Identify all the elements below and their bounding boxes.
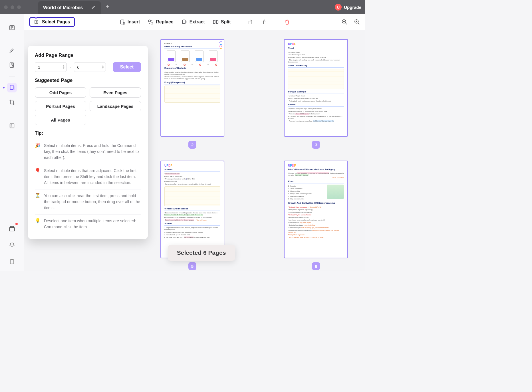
zoom-out-icon[interactable] [341, 19, 348, 25]
svg-rect-8 [149, 20, 151, 22]
reader-mode-icon[interactable] [7, 23, 17, 33]
balloon-icon: 🎈 [35, 168, 41, 186]
suggested-heading: Suggested Page [35, 78, 141, 83]
svg-rect-6 [120, 20, 124, 24]
even-pages-button[interactable]: Even Pages [90, 87, 141, 98]
stepper-icon[interactable]: ▲▼ [102, 65, 104, 69]
minimize-window-icon[interactable] [11, 5, 14, 9]
extract-button[interactable]: Extract [182, 19, 205, 25]
window-controls [4, 5, 21, 9]
tip-item: 🎉 Select multiple items: Press and hold … [35, 139, 141, 164]
replace-button[interactable]: Replace [148, 19, 173, 25]
all-pages-button[interactable]: All Pages [35, 115, 86, 125]
split-button[interactable]: Split [213, 19, 231, 25]
svg-rect-12 [216, 20, 218, 24]
select-pages-popover: Add Page Range 1 ▲▼ - 6 ▲▼ Select Sug [28, 46, 148, 239]
page-thumbnail[interactable]: UPDF Yeast • Unicellular Fungi• Cell div… [284, 39, 348, 137]
page-number-badge: 5 [188, 262, 196, 270]
insert-button[interactable]: Insert [120, 19, 140, 25]
edit-pdf-icon[interactable] [7, 60, 17, 70]
rotate-right-icon[interactable] [261, 19, 268, 25]
trash-icon[interactable] [284, 19, 290, 25]
highlighter-icon[interactable] [7, 45, 17, 55]
portrait-pages-button[interactable]: Portrait Pages [35, 101, 86, 111]
svg-rect-3 [10, 124, 14, 128]
stepper-icon[interactable]: ▲▼ [63, 65, 65, 69]
organize-pages-icon[interactable] [7, 83, 17, 92]
odd-pages-button[interactable]: Odd Pages [35, 87, 86, 98]
new-tab-button[interactable] [105, 4, 110, 10]
range-to-input[interactable]: 6 ▲▼ [74, 62, 106, 72]
svg-rect-11 [213, 20, 215, 24]
gift-icon[interactable] [7, 224, 17, 233]
selection-toast: Selected 6 Pages [168, 245, 235, 261]
page-number-badge: 6 [312, 262, 320, 270]
landscape-pages-button[interactable]: Landscape Pages [90, 101, 141, 111]
tip-item: 🎈 Select multiple items that are adjacen… [35, 164, 141, 189]
page-number-badge: 2 [188, 141, 196, 149]
layers-icon[interactable] [7, 240, 17, 250]
range-dash: - [70, 64, 71, 70]
apply-range-button[interactable]: Select [113, 62, 141, 72]
compress-icon[interactable] [7, 121, 17, 131]
tab-title: World of Microbes [43, 5, 83, 10]
page-toolbar: Select Pages Insert Replace Extract Spli… [24, 14, 365, 30]
titlebar: World of Microbes U Upgrade [0, 0, 365, 14]
left-sidebar [0, 14, 24, 271]
page-thumbnail[interactable]: UPDF Prion's Disease Of Human Inheritanc… [284, 161, 348, 258]
document-tab[interactable]: World of Microbes [38, 1, 101, 14]
user-badge: U [335, 4, 342, 11]
party-popper-icon: 🎉 [35, 143, 41, 161]
crop-icon[interactable] [7, 98, 17, 107]
maximize-window-icon[interactable] [17, 5, 21, 9]
close-window-icon[interactable] [4, 5, 8, 9]
upgrade-button[interactable]: U Upgrade [335, 4, 361, 11]
upgrade-label: Upgrade [344, 5, 361, 10]
svg-rect-14 [263, 21, 266, 24]
svg-rect-13 [249, 21, 251, 24]
svg-rect-10 [182, 20, 185, 24]
pencil-icon[interactable] [91, 5, 96, 11]
zoom-in-icon[interactable] [354, 19, 360, 25]
page-thumbnail[interactable]: Chapter 1UPDF Gram Staining Procedure ⭕—… [160, 39, 224, 137]
svg-rect-2 [10, 85, 13, 90]
select-pages-button[interactable]: Select Pages [29, 17, 75, 27]
bookmark-icon[interactable] [7, 257, 17, 266]
range-from-input[interactable]: 1 ▲▼ [35, 62, 67, 72]
tip-heading: Tip: [35, 131, 141, 136]
svg-rect-9 [151, 22, 153, 24]
page-thumbnail[interactable]: UPDF Viruses • Intracellular parasitism … [160, 161, 224, 258]
tip-item: ⏳ You can also click near the first item… [35, 189, 141, 215]
rotate-left-icon[interactable] [247, 19, 253, 25]
select-pages-label: Select Pages [42, 19, 70, 25]
tip-item: 💡 Deselect one item when multiple items … [35, 215, 141, 233]
add-range-heading: Add Page Range [35, 52, 141, 58]
page-number-badge: 3 [312, 141, 320, 149]
lightbulb-icon: 💡 [35, 218, 41, 230]
hourglass-icon: ⏳ [35, 193, 41, 211]
